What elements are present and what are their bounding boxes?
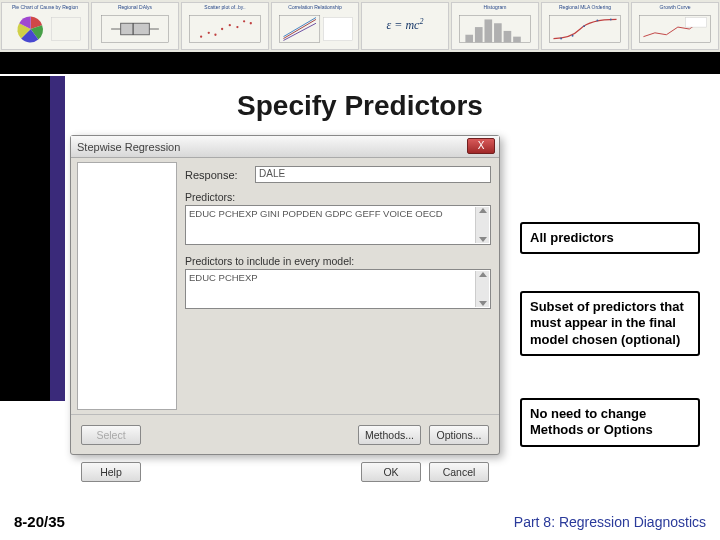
slide-title: Specify Predictors — [0, 90, 720, 122]
thumb-hist: Histogram — [451, 2, 539, 50]
svg-point-8 — [200, 35, 202, 37]
svg-point-30 — [572, 35, 574, 37]
svg-rect-35 — [686, 18, 707, 28]
include-label: Predictors to include in every model: — [185, 255, 491, 267]
svg-point-10 — [214, 34, 216, 36]
response-label: Response: — [185, 169, 255, 181]
dialog-title: Stepwise Regression — [77, 141, 180, 153]
svg-rect-24 — [484, 19, 492, 42]
thumb-growth: Growth Curve — [631, 2, 719, 50]
cancel-button[interactable]: Cancel — [429, 462, 489, 482]
annotation-methods: No need to change Methods or Options — [520, 398, 700, 447]
svg-line-19 — [283, 18, 315, 37]
black-divider — [0, 54, 720, 74]
help-button[interactable]: Help — [81, 462, 141, 482]
svg-rect-26 — [504, 31, 512, 42]
thumb-equation: ε = mc2 — [361, 2, 449, 50]
svg-point-11 — [221, 28, 223, 30]
thumbnail-strip: Pie Chart of Cause by Region Regional DA… — [0, 0, 720, 54]
predictors-input[interactable]: EDUC PCHEXP GINI POPDEN GDPC GEFF VOICE … — [185, 205, 491, 245]
options-button[interactable]: Options... — [429, 425, 489, 445]
svg-rect-27 — [513, 37, 521, 43]
svg-point-14 — [243, 20, 245, 22]
response-input[interactable]: DALE — [255, 166, 491, 183]
variable-list[interactable] — [77, 162, 177, 410]
scroll-indicator[interactable] — [475, 207, 489, 243]
svg-point-9 — [208, 32, 210, 34]
svg-point-12 — [229, 24, 231, 26]
thumb-lines: Correlation Relationship — [271, 2, 359, 50]
svg-rect-7 — [190, 16, 261, 43]
close-button[interactable]: X — [467, 138, 495, 154]
svg-rect-22 — [465, 35, 473, 43]
svg-rect-20 — [324, 18, 353, 41]
svg-rect-23 — [475, 27, 483, 42]
thumb-pie: Pie Chart of Cause by Region — [1, 2, 89, 50]
thumb-box: Regional DAlys — [91, 2, 179, 50]
include-input[interactable]: EDUC PCHEXP — [185, 269, 491, 309]
svg-point-33 — [610, 18, 612, 20]
page-number: 8-20/35 — [14, 513, 65, 530]
annotation-all-predictors: All predictors — [520, 222, 700, 254]
select-button: Select — [81, 425, 141, 445]
thumb-scatter: Scatter plot of..by.. — [181, 2, 269, 50]
dialog-titlebar: Stepwise Regression X — [71, 136, 499, 158]
svg-point-32 — [596, 19, 598, 21]
predictors-label: Predictors: — [185, 191, 491, 203]
svg-point-13 — [236, 26, 238, 28]
methods-button[interactable]: Methods... — [358, 425, 421, 445]
sidebar-black — [0, 76, 50, 401]
scroll-indicator[interactable] — [475, 271, 489, 307]
svg-point-15 — [250, 22, 252, 24]
part-label: Part 8: Regression Diagnostics — [514, 514, 706, 530]
svg-point-31 — [583, 25, 585, 27]
svg-rect-25 — [494, 23, 502, 42]
stepwise-dialog: Stepwise Regression X Response: DALE Pre… — [70, 135, 500, 455]
svg-line-18 — [283, 23, 315, 40]
thumb-sigmoid: Regional MLA Ordering — [541, 2, 629, 50]
svg-rect-1 — [52, 18, 81, 41]
sidebar-purple — [50, 76, 65, 401]
ok-button[interactable]: OK — [361, 462, 421, 482]
svg-rect-3 — [121, 23, 150, 34]
annotation-subset: Subset of predictors that must appear in… — [520, 291, 700, 356]
svg-point-29 — [560, 38, 562, 40]
svg-line-17 — [283, 19, 315, 38]
